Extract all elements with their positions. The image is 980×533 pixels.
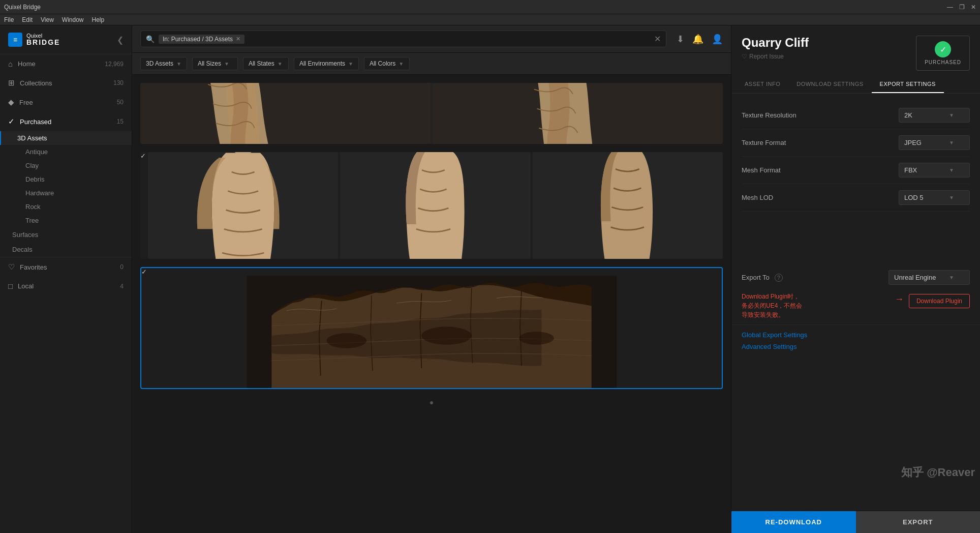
search-tag-close[interactable]: ✕ bbox=[236, 36, 240, 42]
svg-rect-0 bbox=[140, 83, 431, 144]
notification-icon[interactable]: 🔔 bbox=[692, 34, 703, 45]
export-to-info-icon[interactable]: ? bbox=[775, 274, 783, 282]
report-issue-button[interactable]: ♡ Report Issue bbox=[742, 53, 809, 60]
sidebar-sub-hardware[interactable]: Hardware bbox=[0, 186, 132, 200]
sidebar-item-free[interactable]: ◆ Free 50 bbox=[0, 93, 132, 112]
filter-all-sizes[interactable]: All Sizes ▼ bbox=[192, 57, 238, 70]
menu-view[interactable]: View bbox=[41, 16, 54, 23]
texture-format-select[interactable]: JPEG ▼ bbox=[899, 135, 970, 150]
statue-view-2 bbox=[340, 152, 530, 259]
filter-all-colors[interactable]: All Colors ▼ bbox=[364, 57, 410, 70]
asset-image-cell-2[interactable] bbox=[433, 83, 723, 144]
menu-file[interactable]: File bbox=[4, 16, 14, 23]
close-button[interactable]: ✕ bbox=[971, 4, 976, 11]
decals-label: Decals bbox=[12, 246, 33, 253]
menu-edit[interactable]: Edit bbox=[22, 16, 33, 23]
chevron-down-icon: ▼ bbox=[176, 61, 181, 67]
sidebar-sub-antique[interactable]: Antique bbox=[0, 145, 132, 159]
export-target-select[interactable]: Unreal Engine ▼ bbox=[889, 270, 970, 285]
chevron-down-icon: ▼ bbox=[348, 61, 353, 67]
local-label: Local bbox=[18, 282, 34, 290]
sidebar-item-home[interactable]: ⌂ Home 12,969 bbox=[0, 54, 132, 73]
texture-resolution-value: 2K bbox=[904, 111, 912, 119]
app-title: Quixel Bridge bbox=[4, 4, 41, 11]
sidebar-item-surfaces[interactable]: Surfaces bbox=[0, 227, 132, 242]
sidebar-item-favorites[interactable]: ♡ Favorites 0 bbox=[0, 257, 132, 277]
tab-export-settings[interactable]: EXPORT SETTINGS bbox=[872, 76, 944, 93]
search-clear-icon[interactable]: ✕ bbox=[654, 34, 661, 44]
tab-asset-info[interactable]: ASSET INFO bbox=[737, 76, 788, 93]
global-export-settings-link[interactable]: Global Export Settings bbox=[742, 331, 970, 339]
svg-point-13 bbox=[421, 327, 471, 344]
filter-3d-assets[interactable]: 3D Assets ▼ bbox=[140, 57, 187, 70]
search-bar[interactable]: 🔍 In: Purchased / 3D Assets ✕ ✕ bbox=[140, 31, 666, 47]
action-bar: RE-DOWNLOAD EXPORT bbox=[731, 511, 980, 533]
filter-all-environments[interactable]: All Environments ▼ bbox=[294, 57, 359, 70]
chevron-down-icon: ▼ bbox=[949, 140, 954, 145]
asset-image-cell[interactable] bbox=[140, 83, 431, 144]
asset-row-statues[interactable]: ✓ bbox=[140, 152, 723, 259]
sidebar-sub-debris[interactable]: Debris bbox=[0, 172, 132, 186]
maximize-button[interactable]: ❐ bbox=[959, 4, 965, 11]
mesh-format-label: Mesh Format bbox=[742, 166, 781, 174]
purchased-count: 15 bbox=[117, 118, 124, 125]
report-issue-label: Report Issue bbox=[749, 53, 784, 60]
asset-row-cliff-selected[interactable]: ✓ bbox=[140, 267, 723, 389]
asset-thumbnail-2 bbox=[433, 83, 723, 144]
sidebar-item-purchased[interactable]: ✓ Purchased 15 bbox=[0, 112, 132, 131]
local-icon: □ bbox=[8, 282, 13, 290]
clay-label: Clay bbox=[25, 162, 39, 169]
sidebar-sub-tree[interactable]: Tree bbox=[0, 214, 132, 227]
top-bar: 🔍 In: Purchased / 3D Assets ✕ ✕ ⬇ 🔔 👤 bbox=[132, 25, 731, 53]
tab-download-settings[interactable]: DOWNLOAD SETTINGS bbox=[788, 76, 871, 93]
mesh-lod-select[interactable]: LOD 5 ▼ bbox=[899, 190, 970, 205]
chevron-down-icon: ▼ bbox=[399, 61, 404, 67]
3d-assets-label: 3D Assets bbox=[17, 134, 47, 142]
search-icon: 🔍 bbox=[146, 35, 155, 43]
sidebar-item-collections[interactable]: ⊞ Collections 130 bbox=[0, 73, 132, 93]
export-to-label: Export To bbox=[742, 274, 770, 281]
purchased-label: Purchased bbox=[20, 118, 51, 126]
menu-window[interactable]: Window bbox=[62, 16, 84, 23]
home-label: Home bbox=[18, 60, 36, 68]
statue-thumbnail-1 bbox=[148, 152, 338, 259]
top-bar-actions: ⬇ 🔔 👤 bbox=[677, 34, 723, 45]
sidebar-item-local[interactable]: □ Local 4 bbox=[0, 277, 132, 295]
logo-icon: ≡ bbox=[8, 33, 22, 47]
scroll-dot bbox=[430, 401, 433, 404]
setting-texture-resolution: Texture Resolution 2K ▼ bbox=[742, 102, 970, 129]
mesh-format-value: FBX bbox=[904, 166, 917, 174]
menu-bar: File Edit View Window Help bbox=[0, 14, 980, 25]
purchased-icon: ✓ bbox=[8, 117, 15, 126]
sidebar-sub-3d-assets[interactable]: 3D Assets bbox=[0, 131, 132, 145]
search-input[interactable] bbox=[249, 35, 650, 43]
favorites-label: Favorites bbox=[20, 263, 47, 271]
favorites-icon: ♡ bbox=[8, 262, 15, 272]
free-label: Free bbox=[19, 99, 33, 106]
assets-area: ✓ bbox=[132, 75, 731, 533]
export-to-row: Export To ? Unreal Engine ▼ bbox=[731, 264, 980, 287]
user-icon[interactable]: 👤 bbox=[712, 34, 723, 45]
sidebar-sub-rock[interactable]: Rock bbox=[0, 200, 132, 214]
rock-label: Rock bbox=[25, 203, 41, 211]
sidebar-sub-clay[interactable]: Clay bbox=[0, 159, 132, 172]
texture-resolution-select[interactable]: 2K ▼ bbox=[899, 108, 970, 123]
download-icon[interactable]: ⬇ bbox=[677, 34, 684, 45]
mesh-lod-value: LOD 5 bbox=[904, 194, 924, 201]
filter-all-environments-label: All Environments bbox=[299, 60, 345, 67]
advanced-settings-link[interactable]: Advanced Settings bbox=[742, 343, 970, 350]
download-plugin-button[interactable]: Download Plugin bbox=[909, 294, 970, 308]
filter-all-states-label: All States bbox=[249, 60, 274, 67]
redownload-button[interactable]: RE-DOWNLOAD bbox=[731, 511, 856, 533]
minimize-button[interactable]: — bbox=[947, 4, 953, 11]
app-container: ≡ Quixel BRIDGE ❮ ⌂ Home 12,969 ⊞ Collec… bbox=[0, 25, 980, 533]
sidebar-item-decals[interactable]: Decals bbox=[0, 242, 132, 257]
filter-all-states[interactable]: All States ▼ bbox=[243, 57, 289, 70]
setting-mesh-format: Mesh Format FBX ▼ bbox=[742, 157, 970, 184]
mesh-format-select[interactable]: FBX ▼ bbox=[899, 163, 970, 177]
sidebar-logo: ≡ Quixel BRIDGE ❮ bbox=[0, 25, 132, 54]
export-button[interactable]: EXPORT bbox=[856, 511, 981, 533]
asset-title-area: Quarry Cliff ♡ Report Issue bbox=[742, 36, 809, 60]
collapse-icon[interactable]: ❮ bbox=[117, 35, 124, 45]
menu-help[interactable]: Help bbox=[92, 16, 105, 23]
